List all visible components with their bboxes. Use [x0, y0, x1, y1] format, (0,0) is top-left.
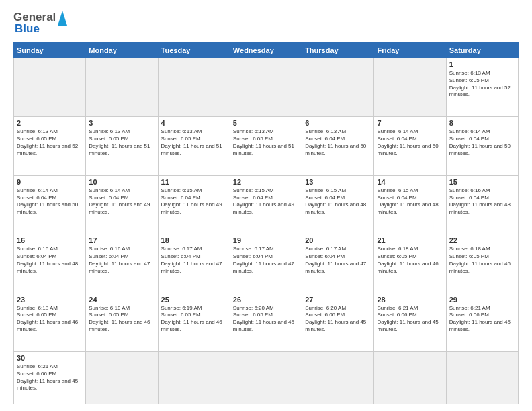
day-info: Sunrise: 6:13 AMSunset: 6:05 PMDaylight:…: [89, 128, 154, 157]
day-info: Sunrise: 6:16 AMSunset: 6:04 PMDaylight:…: [89, 246, 154, 275]
calendar-day-cell: [230, 352, 302, 404]
calendar-day-cell: 25Sunrise: 6:19 AMSunset: 6:05 PMDayligh…: [158, 293, 230, 351]
day-number: 9: [17, 178, 83, 186]
day-number: 4: [161, 119, 227, 127]
day-info: Sunrise: 6:17 AMSunset: 6:04 PMDaylight:…: [233, 246, 299, 275]
header: General Blue: [13, 11, 519, 36]
calendar-day-cell: [86, 58, 158, 117]
day-number: 24: [89, 295, 154, 304]
day-info: Sunrise: 6:16 AMSunset: 6:04 PMDaylight:…: [449, 187, 515, 216]
calendar-col-header: Sunday: [14, 43, 86, 58]
calendar-day-cell: 11Sunrise: 6:15 AMSunset: 6:04 PMDayligh…: [158, 175, 230, 234]
calendar-day-cell: 29Sunrise: 6:21 AMSunset: 6:06 PMDayligh…: [446, 293, 518, 351]
calendar-day-cell: [302, 58, 374, 117]
calendar-week-row: 30Sunrise: 6:21 AMSunset: 6:06 PMDayligh…: [14, 352, 519, 404]
calendar-day-cell: 8Sunrise: 6:14 AMSunset: 6:04 PMDaylight…: [446, 117, 518, 175]
day-info: Sunrise: 6:13 AMSunset: 6:05 PMDaylight:…: [17, 128, 83, 157]
day-number: 16: [17, 236, 83, 244]
day-number: 21: [377, 236, 443, 244]
calendar-day-cell: 16Sunrise: 6:16 AMSunset: 6:04 PMDayligh…: [14, 234, 86, 293]
day-number: 19: [233, 236, 299, 244]
calendar-week-row: 16Sunrise: 6:16 AMSunset: 6:04 PMDayligh…: [14, 234, 519, 293]
day-number: 17: [89, 236, 154, 244]
day-info: Sunrise: 6:20 AMSunset: 6:05 PMDaylight:…: [233, 305, 299, 334]
calendar-col-header: Thursday: [302, 43, 374, 58]
day-info: Sunrise: 6:18 AMSunset: 6:05 PMDaylight:…: [449, 246, 515, 275]
logo-blue-text: Blue: [15, 22, 40, 36]
day-number: 25: [161, 295, 227, 304]
day-number: 15: [449, 178, 515, 186]
day-info: Sunrise: 6:15 AMSunset: 6:04 PMDaylight:…: [161, 187, 227, 216]
day-info: Sunrise: 6:13 AMSunset: 6:05 PMDaylight:…: [233, 128, 299, 157]
day-info: Sunrise: 6:14 AMSunset: 6:04 PMDaylight:…: [449, 128, 515, 157]
calendar-day-cell: 1Sunrise: 6:13 AMSunset: 6:05 PMDaylight…: [446, 58, 518, 117]
calendar-day-cell: 6Sunrise: 6:13 AMSunset: 6:04 PMDaylight…: [302, 117, 374, 175]
day-info: Sunrise: 6:13 AMSunset: 6:05 PMDaylight:…: [449, 70, 515, 99]
day-number: 7: [377, 119, 443, 127]
day-number: 28: [377, 295, 443, 304]
day-number: 14: [377, 178, 443, 186]
day-info: Sunrise: 6:15 AMSunset: 6:04 PMDaylight:…: [377, 187, 443, 216]
day-number: 26: [233, 295, 299, 304]
day-info: Sunrise: 6:20 AMSunset: 6:06 PMDaylight:…: [305, 305, 371, 334]
calendar-day-cell: 9Sunrise: 6:14 AMSunset: 6:04 PMDaylight…: [14, 175, 86, 234]
calendar-day-cell: 15Sunrise: 6:16 AMSunset: 6:04 PMDayligh…: [446, 175, 518, 234]
day-info: Sunrise: 6:13 AMSunset: 6:05 PMDaylight:…: [161, 128, 227, 157]
calendar-col-header: Wednesday: [230, 43, 302, 58]
calendar-day-cell: 13Sunrise: 6:15 AMSunset: 6:04 PMDayligh…: [302, 175, 374, 234]
calendar-day-cell: 30Sunrise: 6:21 AMSunset: 6:06 PMDayligh…: [14, 352, 86, 404]
calendar-day-cell: 27Sunrise: 6:20 AMSunset: 6:06 PMDayligh…: [302, 293, 374, 351]
calendar-day-cell: 18Sunrise: 6:17 AMSunset: 6:04 PMDayligh…: [158, 234, 230, 293]
day-number: 5: [233, 119, 299, 127]
calendar-header-row: SundayMondayTuesdayWednesdayThursdayFrid…: [14, 43, 519, 58]
day-info: Sunrise: 6:19 AMSunset: 6:05 PMDaylight:…: [89, 305, 154, 334]
calendar-day-cell: [446, 352, 518, 404]
calendar-day-cell: 23Sunrise: 6:18 AMSunset: 6:05 PMDayligh…: [14, 293, 86, 351]
day-number: 1: [449, 60, 515, 68]
day-info: Sunrise: 6:21 AMSunset: 6:06 PMDaylight:…: [377, 305, 443, 334]
calendar-day-cell: 10Sunrise: 6:14 AMSunset: 6:04 PMDayligh…: [86, 175, 158, 234]
day-number: 29: [449, 295, 515, 304]
calendar-day-cell: 19Sunrise: 6:17 AMSunset: 6:04 PMDayligh…: [230, 234, 302, 293]
calendar-day-cell: [86, 352, 158, 404]
page: General Blue SundayMondayTuesdayWednesda…: [0, 0, 532, 411]
calendar-col-header: Tuesday: [158, 43, 230, 58]
day-info: Sunrise: 6:17 AMSunset: 6:04 PMDaylight:…: [305, 246, 371, 275]
day-info: Sunrise: 6:13 AMSunset: 6:04 PMDaylight:…: [305, 128, 371, 157]
calendar-week-row: 2Sunrise: 6:13 AMSunset: 6:05 PMDaylight…: [14, 117, 519, 175]
calendar-day-cell: 2Sunrise: 6:13 AMSunset: 6:05 PMDaylight…: [14, 117, 86, 175]
calendar-week-row: 23Sunrise: 6:18 AMSunset: 6:05 PMDayligh…: [14, 293, 519, 351]
day-info: Sunrise: 6:21 AMSunset: 6:06 PMDaylight:…: [449, 305, 515, 334]
calendar-week-row: 1Sunrise: 6:13 AMSunset: 6:05 PMDaylight…: [14, 58, 519, 117]
calendar-day-cell: 17Sunrise: 6:16 AMSunset: 6:04 PMDayligh…: [86, 234, 158, 293]
day-info: Sunrise: 6:18 AMSunset: 6:05 PMDaylight:…: [17, 305, 83, 334]
calendar-day-cell: [158, 352, 230, 404]
day-info: Sunrise: 6:16 AMSunset: 6:04 PMDaylight:…: [17, 246, 83, 275]
logo-triangle-icon: [58, 11, 67, 26]
day-info: Sunrise: 6:15 AMSunset: 6:04 PMDaylight:…: [305, 187, 371, 216]
day-info: Sunrise: 6:21 AMSunset: 6:06 PMDaylight:…: [17, 363, 83, 392]
day-number: 13: [305, 178, 371, 186]
day-number: 3: [89, 119, 154, 127]
day-number: 30: [17, 354, 83, 362]
day-number: 18: [161, 236, 227, 244]
logo: General Blue: [13, 11, 67, 36]
calendar-col-header: Monday: [86, 43, 158, 58]
day-number: 12: [233, 178, 299, 186]
calendar-day-cell: 3Sunrise: 6:13 AMSunset: 6:05 PMDaylight…: [86, 117, 158, 175]
calendar-day-cell: 14Sunrise: 6:15 AMSunset: 6:04 PMDayligh…: [374, 175, 446, 234]
calendar-col-header: Friday: [374, 43, 446, 58]
calendar-day-cell: [14, 58, 86, 117]
calendar-day-cell: [230, 58, 302, 117]
day-number: 8: [449, 119, 515, 127]
calendar-day-cell: 24Sunrise: 6:19 AMSunset: 6:05 PMDayligh…: [86, 293, 158, 351]
calendar-day-cell: 28Sunrise: 6:21 AMSunset: 6:06 PMDayligh…: [374, 293, 446, 351]
day-number: 11: [161, 178, 227, 186]
day-info: Sunrise: 6:14 AMSunset: 6:04 PMDaylight:…: [89, 187, 154, 216]
calendar-day-cell: 26Sunrise: 6:20 AMSunset: 6:05 PMDayligh…: [230, 293, 302, 351]
calendar-day-cell: 22Sunrise: 6:18 AMSunset: 6:05 PMDayligh…: [446, 234, 518, 293]
day-number: 20: [305, 236, 371, 244]
calendar-week-row: 9Sunrise: 6:14 AMSunset: 6:04 PMDaylight…: [14, 175, 519, 234]
day-info: Sunrise: 6:14 AMSunset: 6:04 PMDaylight:…: [377, 128, 443, 157]
day-number: 23: [17, 295, 83, 304]
